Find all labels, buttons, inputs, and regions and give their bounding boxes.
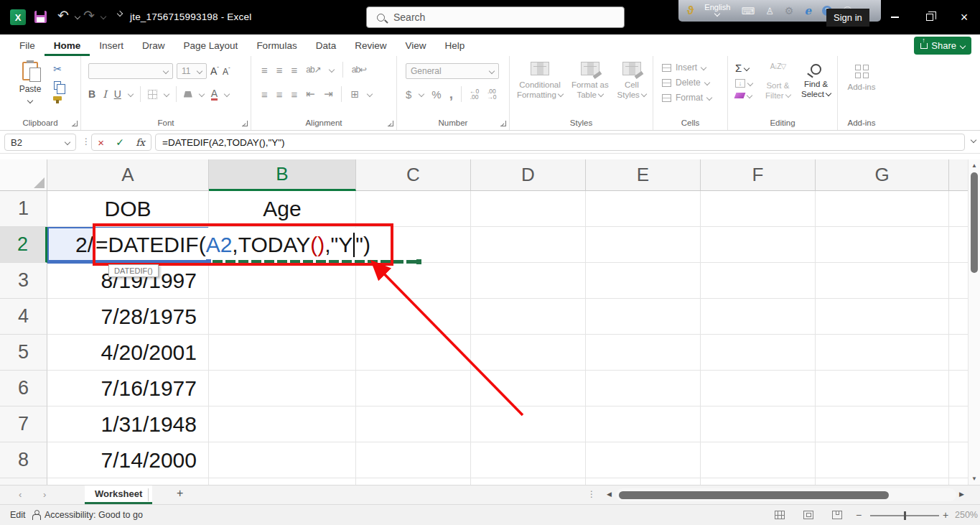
decrease-indent-icon[interactable]: ⇤ [306,88,315,101]
cell-a8[interactable]: 7/14/2000 [47,442,209,478]
column-header-c[interactable]: C [356,159,471,191]
sort-filter-button[interactable]: A↓Z▽ Sort &Filter [765,62,790,101]
cell-c1[interactable] [356,191,471,227]
format-painter-icon[interactable] [53,96,62,101]
formula-input[interactable]: =DATEDIF(A2,TODAY(),"Y") [155,134,965,151]
scroll-left-icon[interactable]: ◀ [607,491,612,498]
cell-g2[interactable] [816,227,949,263]
undo-chevron-icon[interactable] [75,14,80,19]
quick-access-customize-icon[interactable] [117,11,123,17]
vertical-scrollbar-thumb[interactable] [971,172,978,273]
delete-cells-button[interactable]: Delete [662,78,711,88]
cell-d7[interactable] [471,406,586,442]
tab-data[interactable]: Data [307,34,346,56]
cancel-icon[interactable]: × [98,136,104,149]
font-size-combo[interactable]: 11 [177,63,207,79]
row-header-5[interactable]: 5 [0,335,47,371]
cell-f5[interactable] [701,335,816,371]
cell-c9[interactable] [356,478,471,485]
cell-d2[interactable] [471,227,586,263]
cell-d6[interactable] [471,371,586,406]
scroll-up-icon[interactable]: ▲ [971,162,977,169]
cell-e7[interactable] [586,406,701,442]
cell-a5[interactable]: 4/20/2001 [47,335,209,371]
cell-b5[interactable] [209,335,356,371]
row-header-9[interactable] [0,478,47,485]
conditional-formatting-button[interactable]: ConditionalFormatting [517,62,563,100]
copy-icon[interactable] [54,81,61,90]
cell-g8[interactable] [816,442,949,478]
row-header-3[interactable]: 3 [0,263,47,299]
cell-b1[interactable]: Age [209,191,356,227]
tab-view[interactable]: View [396,34,435,56]
cell-a1[interactable]: DOB [47,191,209,227]
borders-icon[interactable] [148,90,157,99]
tab-file[interactable]: File [10,34,45,56]
cell-g1[interactable] [816,191,949,227]
cell-b6[interactable] [209,371,356,406]
insert-cells-button[interactable]: Insert [662,62,711,73]
autosum-button[interactable]: Σ [735,62,752,74]
enter-icon[interactable]: ✓ [116,136,124,148]
number-dialog-launcher-icon[interactable] [500,121,506,126]
tab-formulas[interactable]: Formulas [247,34,306,56]
italic-button[interactable]: I [103,88,107,100]
addins-button[interactable]: Add-ins [838,65,885,91]
horizontal-scrollbar-thumb[interactable] [619,491,889,499]
cell-d4[interactable] [471,299,586,335]
search-box[interactable]: Search [366,6,625,28]
cell-f2[interactable] [701,227,816,263]
cell-f3[interactable] [701,263,816,299]
cell-b9[interactable] [209,478,356,485]
find-select-button[interactable]: Find &Select [801,62,831,99]
cell-e1[interactable] [586,191,701,227]
align-middle-icon[interactable]: ≡ [276,64,283,76]
cell-f4[interactable] [701,299,816,335]
font-name-combo[interactable] [88,63,173,79]
cell-a9[interactable] [47,478,209,485]
comma-format-icon[interactable]: , [449,90,453,98]
cell-d1[interactable] [471,191,586,227]
language-selector[interactable]: English [704,4,730,18]
row-header-6[interactable]: 6 [0,371,47,406]
decrease-decimal-icon[interactable]: .00→0 [487,88,496,100]
cell-c3[interactable] [356,263,471,299]
align-left-icon[interactable]: ≡ [261,88,268,101]
tab-help[interactable]: Help [435,34,474,56]
format-as-table-button[interactable]: Format asTable [571,62,609,100]
cell-c7[interactable] [356,406,471,442]
underline-button[interactable]: U [114,88,121,100]
clear-button[interactable] [735,93,752,98]
input-figure-icon[interactable]: ♙ [765,6,774,17]
cell-e8[interactable] [586,442,701,478]
excel-app-icon[interactable]: X [10,9,26,25]
keyboard-icon[interactable]: ⌨ [741,6,755,17]
increase-indent-icon[interactable]: ⇥ [324,88,333,101]
cell-d3[interactable] [471,263,586,299]
cell-a7[interactable]: 1/31/1948 [47,406,209,442]
decrease-font-size-icon[interactable]: Aˇ [223,66,230,77]
name-box[interactable]: B2 [4,134,76,151]
cell-g5[interactable] [816,335,949,371]
fill-button[interactable]: ↓ [735,79,752,88]
cell-e4[interactable] [586,299,701,335]
cell-a6[interactable]: 7/16/1977 [47,371,209,406]
percent-format-icon[interactable]: % [431,88,441,101]
formula-bar-drag-handle[interactable]: ⋮ [82,136,90,147]
alignment-dialog-launcher-icon[interactable] [388,121,393,126]
cell-b8[interactable] [209,442,356,478]
cell-g4[interactable] [816,299,949,335]
cut-icon[interactable]: ✂ [53,63,62,75]
cell-c6[interactable] [356,371,471,406]
restore-button[interactable] [914,0,946,34]
cell-g3[interactable] [816,263,949,299]
page-layout-view-icon[interactable] [803,511,813,519]
cell-d8[interactable] [471,442,586,478]
column-header-f[interactable]: F [701,159,816,191]
cell-g6[interactable] [816,371,949,406]
zoom-in-icon[interactable]: + [943,509,948,521]
column-header-a[interactable]: A [47,159,209,191]
align-top-icon[interactable]: ≡ [261,64,268,76]
insert-function-icon[interactable]: fx [136,136,145,148]
cell-a4[interactable]: 7/28/1975 [47,299,209,335]
